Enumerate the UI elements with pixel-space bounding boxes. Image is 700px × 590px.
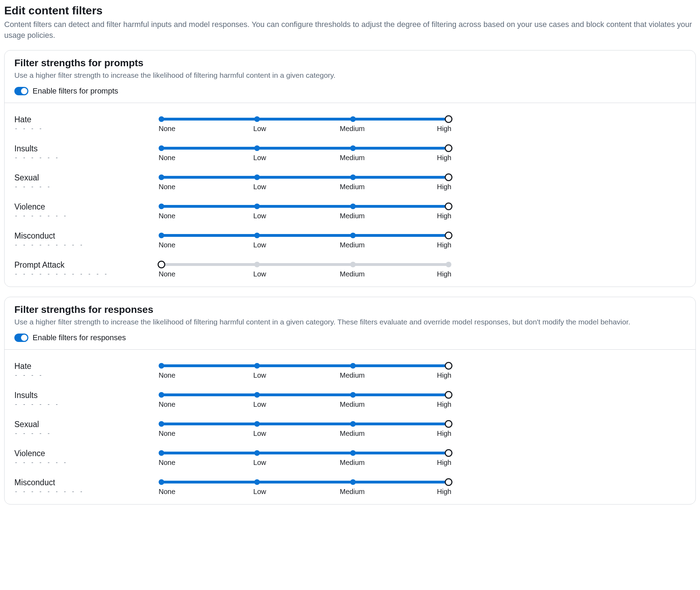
slider-tick[interactable]: [159, 392, 164, 398]
filter-label: Insults: [14, 144, 161, 153]
page-subtitle: Content filters can detect and filter ha…: [4, 19, 696, 41]
slider-level-label: Medium: [340, 212, 361, 220]
slider-handle[interactable]: [445, 203, 452, 210]
strength-slider[interactable]: [161, 479, 449, 483]
slider-tick[interactable]: [159, 204, 164, 209]
slider-tick[interactable]: [254, 450, 260, 456]
slider-tick[interactable]: [254, 392, 260, 398]
filter-label: Violence: [14, 202, 161, 212]
slider-level-label: High: [430, 270, 451, 278]
slider-level-label: High: [430, 400, 451, 409]
filter-label: Misconduct: [14, 478, 161, 487]
filter-row: Insults- - - - - -NoneLowMediumHigh: [14, 385, 686, 414]
filter-row: Hate- - - -NoneLowMediumHigh: [14, 356, 686, 385]
slider-tick[interactable]: [350, 479, 356, 485]
slider-tick[interactable]: [350, 450, 356, 456]
section-title: Filter strengths for responses: [14, 304, 686, 315]
slider-tick[interactable]: [446, 262, 451, 267]
strength-slider[interactable]: [161, 392, 449, 396]
slider-tick[interactable]: [350, 421, 356, 427]
slider-handle[interactable]: [445, 391, 452, 399]
slider-tick[interactable]: [254, 174, 260, 180]
slider-tick[interactable]: [159, 233, 164, 238]
slider-tick[interactable]: [350, 233, 356, 238]
slider-level-label: Low: [249, 154, 270, 162]
filter-dotted-underline: - - - - - - -: [14, 212, 161, 219]
slider-tick[interactable]: [159, 450, 164, 456]
filter-dotted-underline: - - - -: [14, 372, 161, 378]
filter-dotted-underline: - - - - - - - - -: [14, 488, 161, 495]
slider-level-label: High: [430, 488, 451, 496]
filter-row: Hate- - - -NoneLowMediumHigh: [14, 109, 686, 138]
slider-tick[interactable]: [350, 392, 356, 398]
slider-level-label: None: [159, 488, 180, 496]
slider-level-label: None: [159, 459, 180, 467]
slider-handle[interactable]: [445, 144, 452, 152]
slider-tick[interactable]: [159, 479, 164, 485]
slider-level-label: Medium: [340, 270, 361, 278]
slider-handle[interactable]: [158, 261, 165, 268]
slider-tick[interactable]: [159, 145, 164, 151]
enable-toggle[interactable]: [14, 87, 28, 95]
filter-row: Prompt Attack- - - - - - - - - - - -None…: [14, 255, 686, 284]
slider-level-label: None: [159, 183, 180, 191]
slider-level-label: Low: [249, 212, 270, 220]
slider-tick[interactable]: [350, 262, 356, 267]
filter-dotted-underline: - - - - - - -: [14, 459, 161, 466]
slider-handle[interactable]: [445, 449, 452, 457]
slider-level-label: Medium: [340, 430, 361, 438]
strength-slider[interactable]: [161, 233, 449, 237]
slider-tick[interactable]: [254, 479, 260, 485]
slider-tick[interactable]: [159, 363, 164, 369]
filter-row: Violence- - - - - - -NoneLowMediumHigh: [14, 443, 686, 472]
filter-dotted-underline: - - - - -: [14, 430, 161, 437]
strength-slider[interactable]: [161, 174, 449, 179]
slider-tick[interactable]: [254, 116, 260, 122]
slider-level-label: None: [159, 212, 180, 220]
slider-tick[interactable]: [159, 174, 164, 180]
slider-handle[interactable]: [445, 232, 452, 239]
slider-level-label: Low: [249, 400, 270, 409]
slider-tick[interactable]: [254, 233, 260, 238]
filter-dotted-underline: - - - - - - - - - - - -: [14, 270, 161, 277]
enable-toggle[interactable]: [14, 334, 28, 342]
slider-level-label: Medium: [340, 400, 361, 409]
slider-tick[interactable]: [254, 363, 260, 369]
slider-handle[interactable]: [445, 420, 452, 428]
slider-tick[interactable]: [254, 145, 260, 151]
slider-tick[interactable]: [254, 421, 260, 427]
filter-label: Violence: [14, 449, 161, 458]
strength-slider[interactable]: [161, 116, 449, 121]
slider-level-label: High: [430, 241, 451, 249]
slider-tick[interactable]: [350, 174, 356, 180]
slider-tick[interactable]: [350, 145, 356, 151]
strength-slider[interactable]: [161, 421, 449, 425]
filter-label: Misconduct: [14, 231, 161, 241]
slider-handle[interactable]: [445, 478, 452, 486]
slider-tick[interactable]: [159, 421, 164, 427]
section-subtitle: Use a higher filter strength to increase…: [14, 70, 686, 80]
slider-handle[interactable]: [445, 362, 452, 370]
slider-level-label: Medium: [340, 183, 361, 191]
filter-label: Sexual: [14, 173, 161, 183]
strength-slider[interactable]: [161, 204, 449, 208]
section-prompts: Filter strengths for promptsUse a higher…: [4, 50, 696, 287]
slider-handle[interactable]: [445, 115, 452, 123]
slider-level-label: None: [159, 154, 180, 162]
slider-level-label: Medium: [340, 459, 361, 467]
slider-tick[interactable]: [254, 204, 260, 209]
strength-slider[interactable]: [161, 363, 449, 367]
slider-level-label: Medium: [340, 488, 361, 496]
slider-tick[interactable]: [350, 363, 356, 369]
strength-slider[interactable]: [161, 145, 449, 150]
slider-level-label: None: [159, 270, 180, 278]
slider-handle[interactable]: [445, 173, 452, 181]
strength-slider[interactable]: [161, 262, 449, 266]
strength-slider[interactable]: [161, 450, 449, 454]
section-title: Filter strengths for prompts: [14, 57, 686, 69]
slider-tick[interactable]: [159, 116, 164, 122]
slider-tick[interactable]: [254, 262, 260, 267]
slider-tick[interactable]: [350, 204, 356, 209]
slider-tick[interactable]: [350, 116, 356, 122]
filter-row: Misconduct- - - - - - - - -NoneLowMedium…: [14, 472, 686, 501]
